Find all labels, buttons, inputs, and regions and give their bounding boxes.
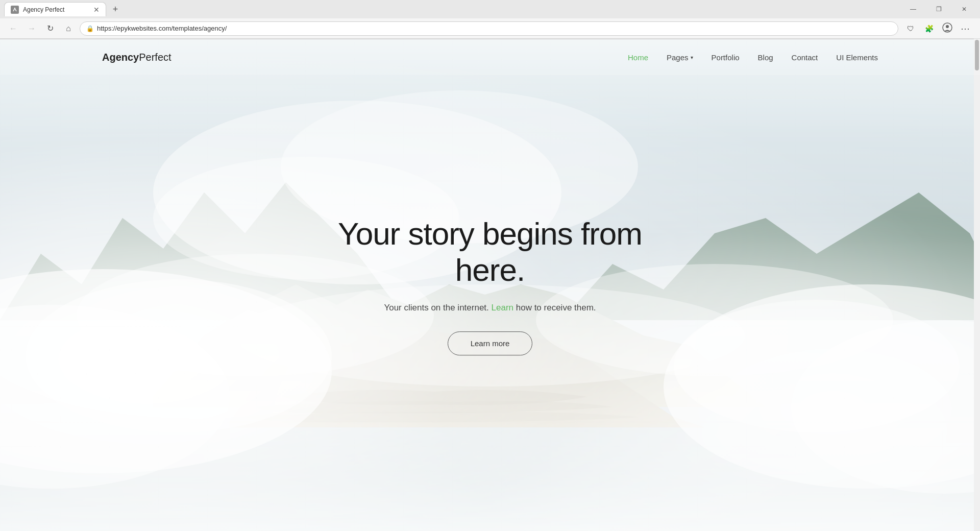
browser-toolbar: ← → ↻ ⌂ 🔒 https://epykwebsites.com/templ… (0, 18, 980, 39)
hero-section: Your story begins from here. Your client… (338, 215, 642, 355)
nav-ui-elements[interactable]: UI Elements (836, 53, 878, 62)
maximize-button[interactable]: ❐ (927, 0, 950, 18)
tab-favicon (11, 6, 19, 14)
new-tab-button[interactable]: + (108, 2, 122, 16)
back-button[interactable]: ← (6, 21, 20, 36)
nav-contact[interactable]: Contact (792, 53, 818, 62)
website-content: AgencyPerfect Home Pages ▾ Portfolio Blo… (0, 39, 980, 531)
browser-chrome: Agency Perfect ✕ + — ❐ ✕ ← → ↻ (0, 0, 980, 39)
extensions-button[interactable]: 🧩 (921, 20, 937, 37)
tab-close-button[interactable]: ✕ (93, 6, 100, 14)
title-bar: Agency Perfect ✕ + — ❐ ✕ (0, 0, 980, 18)
nav-blog[interactable]: Blog (758, 53, 773, 62)
lock-icon: 🔒 (86, 25, 94, 32)
shield-icon: 🛡 (907, 25, 914, 33)
forward-button[interactable]: → (24, 21, 39, 36)
site-navigation: AgencyPerfect Home Pages ▾ Portfolio Blo… (0, 39, 980, 75)
refresh-button[interactable]: ↻ (43, 21, 57, 36)
browser-tab[interactable]: Agency Perfect ✕ (4, 2, 106, 16)
extensions-icon: 🧩 (925, 25, 934, 33)
tab-title: Agency Perfect (23, 6, 64, 13)
logo-light: Perfect (139, 52, 171, 63)
nav-pages[interactable]: Pages ▾ (667, 53, 693, 62)
hero-title: Your story begins from here. (338, 215, 642, 288)
home-button[interactable]: ⌂ (61, 21, 76, 36)
close-button[interactable]: ✕ (952, 0, 976, 18)
pages-dropdown-arrow: ▾ (691, 55, 693, 60)
address-bar[interactable]: 🔒 https://epykwebsites.com/templates/age… (80, 21, 898, 36)
window-controls: — ❐ ✕ (901, 0, 976, 18)
nav-home[interactable]: Home (628, 53, 648, 62)
site-logo: AgencyPerfect (102, 52, 172, 63)
url-text: https://epykwebsites.com/templates/agenc… (97, 25, 227, 32)
menu-button[interactable]: ⋯ (958, 20, 974, 37)
profile-button[interactable] (939, 20, 955, 37)
minimize-button[interactable]: — (901, 0, 925, 18)
shield-icon-button[interactable]: 🛡 (902, 20, 919, 37)
nav-links: Home Pages ▾ Portfolio Blog Contact UI E… (628, 53, 878, 62)
profile-icon (942, 22, 952, 34)
nav-portfolio[interactable]: Portfolio (712, 53, 740, 62)
hero-subtitle: Your clients on the internet. Learn how … (338, 303, 642, 313)
svg-point-2 (946, 25, 949, 28)
logo-bold: Agency (102, 52, 139, 63)
learn-more-button[interactable]: Learn more (448, 331, 533, 355)
hero-subtitle-link[interactable]: Learn (492, 303, 513, 312)
scrollbar[interactable] (974, 39, 980, 531)
menu-icon: ⋯ (961, 23, 971, 34)
toolbar-icons: 🛡 🧩 ⋯ (902, 20, 974, 37)
